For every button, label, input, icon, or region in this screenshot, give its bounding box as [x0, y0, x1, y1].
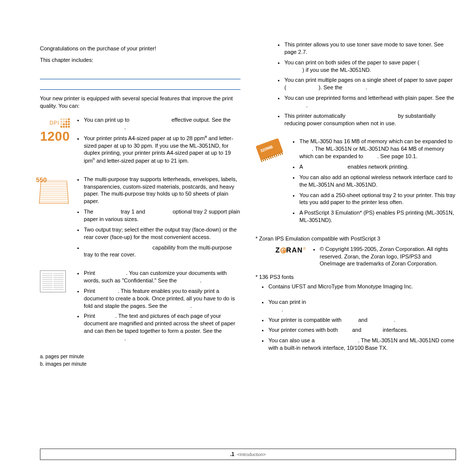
env-bullet-1: You can print in various environments su…	[268, 298, 456, 313]
zoran-compat-note: * Zoran IPS Emulation compatible with Po…	[255, 235, 456, 242]
footnote-b: b. images per minute	[40, 361, 240, 368]
docs-bullet-1: Print Watermarks. You can customize your…	[84, 269, 240, 284]
save-bullet-5: This printer automatically conserves ele…	[284, 112, 456, 127]
paper-bullet-4: Straight-through paper path capability f…	[84, 244, 240, 259]
page-footer: .1 <Introduction>	[40, 449, 456, 461]
dpi-label-text: DPI	[49, 120, 59, 127]
dpi-icon: DPI 1200	[40, 116, 70, 167]
env-bullet-4: You can also use a network interface. Th…	[268, 337, 456, 352]
quality-bullet-2: Your printer prints A4-sized paper at up…	[84, 134, 240, 165]
expand-bullet-1: The ML-3050 has 16 MB of memory which ca…	[299, 138, 456, 160]
paper-bullet-3: Two output tray; select either the outpu…	[84, 226, 240, 241]
quality-bullet-1: You can print up to 1200 x 1200 dpi effe…	[84, 116, 240, 131]
lead-text: Your new printer is equipped with severa…	[40, 95, 239, 110]
expand-bullet-2: A network interface enables network prin…	[299, 163, 456, 171]
save-bullet-4: You can use preprinted forms and letterh…	[284, 94, 456, 109]
env-bullet-2: Your printer is compatible with PCL6 and…	[268, 316, 456, 324]
env-bullet-3: Your printer comes with both USB and Par…	[268, 326, 456, 334]
ps3-fonts-note: * 136 PS3 fonts	[255, 273, 456, 281]
docs-bullet-3: Print Posters. The text and pictures of …	[84, 312, 240, 342]
footnote-a: a. pages per minute	[40, 353, 240, 360]
expand-bullet-5: A PostScript 3 Emulation* (PS) enables P…	[299, 209, 456, 224]
memory-chip-icon: 320MB	[255, 138, 285, 227]
dpi-number: 1200	[40, 128, 70, 145]
paper-bullet-1: The multi-purpose tray supports letterhe…	[84, 176, 240, 205]
booklet-icon	[40, 269, 70, 345]
section-heading-special-features	[40, 79, 240, 90]
paper-stack-icon: 550	[40, 176, 70, 261]
zoran-logo: ZRAN®	[275, 245, 306, 255]
docs-bullet-2: Print Booklets. This feature enables you…	[84, 287, 240, 310]
zoran-copyright: © Copyright 1995-2005, Zoran Corporation…	[320, 245, 456, 268]
congrats-text: Congratulations on the purchase of your …	[40, 45, 240, 52]
ufst-note: Contains UFST and MicroType from Monotyp…	[268, 283, 456, 290]
expand-bullet-4: You can add a 250-sheet optional tray 2 …	[299, 192, 456, 207]
save-bullet-3: You can print multiple pages on a single…	[284, 76, 456, 91]
save-bullet-2: You can print on both sides of the paper…	[284, 59, 456, 74]
paper-bullet-2: The 250-sheet tray 1 and 250-sheet optio…	[84, 208, 240, 223]
expand-bullet-3: You can also add an optional wireless ne…	[299, 174, 456, 189]
save-bullet-1: This printer allows you to use toner sav…	[284, 41, 456, 56]
chapter-includes-text: This chapter includes:	[40, 56, 240, 64]
